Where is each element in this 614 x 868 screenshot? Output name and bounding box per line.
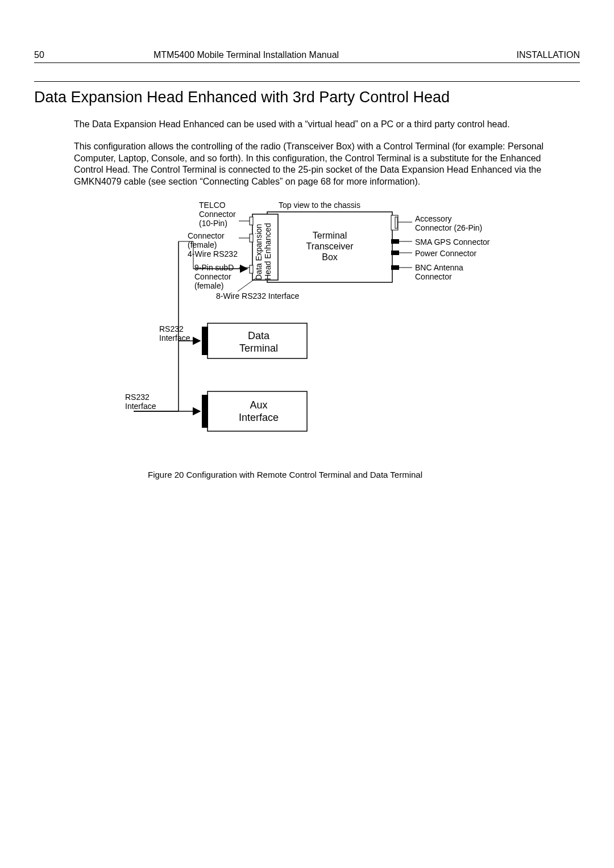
- svg-rect-26: [202, 395, 208, 428]
- svg-rect-23: [202, 327, 208, 355]
- svg-rect-6: [395, 217, 397, 228]
- label-rs232-b: RS232Interface: [125, 393, 156, 411]
- svg-rect-4: [250, 265, 253, 273]
- svg-rect-3: [250, 234, 253, 242]
- label-telco: TELCOConnector(10-Pin): [199, 201, 244, 228]
- body-text: The Data Expansion Head Enhanced can be …: [74, 119, 569, 479]
- label-accessory: AccessoryConnector (26-Pin): [415, 214, 482, 232]
- svg-rect-8: [391, 251, 399, 255]
- label-power: Power Connector: [415, 249, 476, 258]
- divider: [34, 81, 580, 82]
- paragraph-2: This configuration allows the controllin…: [74, 141, 569, 188]
- label-subd9: 9-Pin subDConnector(female): [194, 263, 242, 290]
- figure-caption: Figure 20 Configuration with Remote Cont…: [148, 470, 569, 479]
- paragraph-1: The Data Expansion Head Enhanced can be …: [74, 119, 569, 131]
- label-8wire: 8-Wire RS232 Interface: [216, 291, 299, 301]
- page-title: Data Expansion Head Enhanced with 3rd Pa…: [34, 89, 580, 106]
- svg-rect-7: [391, 239, 399, 244]
- label-bnc: BNC AntennaConnector: [415, 263, 463, 281]
- page-header: 50 MTM5400 Mobile Terminal Installation …: [34, 50, 580, 63]
- label-data-terminal: DataTerminal: [227, 330, 290, 354]
- label-deh: Data ExpansionHead Enhanced: [254, 214, 272, 280]
- label-top-view: Top view to the chassis: [279, 201, 360, 210]
- label-aux: AuxInterface: [227, 399, 290, 424]
- svg-rect-9: [391, 265, 399, 270]
- figure-diagram: Top view to the chassis TELCOConnector(1…: [97, 198, 495, 465]
- label-transceiver: TerminalTransceiverBox: [296, 230, 364, 263]
- page-number: 50: [34, 50, 154, 60]
- svg-rect-2: [250, 217, 253, 225]
- label-rs232-a: RS232Interface: [159, 324, 190, 343]
- section-name: INSTALLATION: [517, 50, 580, 60]
- label-conn-female: Connector(female)4-Wire RS232: [188, 231, 242, 258]
- doc-title: MTM5400 Mobile Terminal Installation Man…: [154, 50, 517, 60]
- label-sma: SMA GPS Connector: [415, 237, 490, 247]
